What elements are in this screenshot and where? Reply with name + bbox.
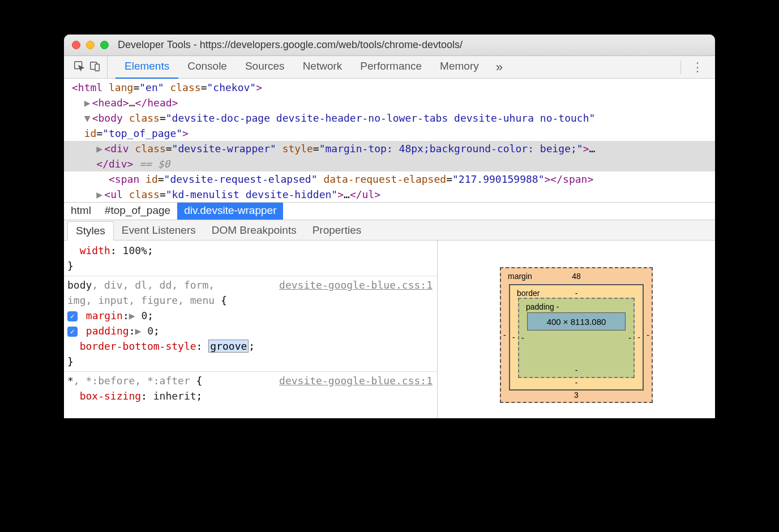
- value-editor[interactable]: groove: [208, 340, 249, 353]
- subtab-event-listeners[interactable]: Event Listeners: [114, 221, 204, 239]
- tab-network[interactable]: Network: [294, 56, 352, 79]
- close-window[interactable]: [72, 41, 80, 49]
- box-model[interactable]: margin 48 - 3 - border - - - - padding -…: [438, 241, 715, 418]
- box-padding: padding - - - - 400 × 8113.080: [518, 298, 635, 378]
- source-link[interactable]: devsite-google-blue.css:1: [279, 373, 437, 388]
- subtab-properties[interactable]: Properties: [305, 221, 370, 239]
- device-toggle-icon[interactable]: [89, 60, 101, 75]
- crumb-div[interactable]: div.devsite-wrapper: [177, 203, 283, 220]
- tab-performance[interactable]: Performance: [351, 56, 431, 79]
- tab-memory[interactable]: Memory: [431, 56, 488, 79]
- source-link[interactable]: devsite-google-blue.css:1: [279, 277, 437, 293]
- main-toolbar: Elements Console Sources Network Perform…: [64, 56, 715, 79]
- box-margin: margin 48 - 3 - border - - - - padding -…: [500, 267, 653, 403]
- kebab-menu[interactable]: ⋮: [683, 60, 712, 75]
- zoom-window[interactable]: [100, 41, 109, 49]
- checkbox-icon[interactable]: ✓: [67, 311, 78, 321]
- crumb-html[interactable]: html: [64, 203, 98, 220]
- crumb-top[interactable]: #top_of_page: [98, 203, 177, 220]
- tab-sources[interactable]: Sources: [236, 56, 294, 79]
- panel-tabs: Elements Console Sources Network Perform…: [108, 56, 511, 79]
- tabs-overflow[interactable]: »: [488, 56, 511, 79]
- subtab-styles[interactable]: Styles: [67, 221, 114, 241]
- selected-node[interactable]: ▶<div class="devsite-wrapper" style="mar…: [64, 141, 715, 156]
- window-titlebar: Developer Tools - https://developers.goo…: [64, 35, 715, 56]
- tab-elements[interactable]: Elements: [115, 56, 178, 79]
- checkbox-icon[interactable]: ✓: [67, 327, 78, 337]
- devtools-window: Developer Tools - https://developers.goo…: [64, 35, 715, 418]
- subtab-dom-breakpoints[interactable]: DOM Breakpoints: [204, 221, 305, 239]
- box-content: 400 × 8113.080: [527, 312, 626, 331]
- styles-pane[interactable]: width: 100%; } devsite-google-blue.css:1…: [64, 241, 438, 418]
- box-border: border - - - - padding - - - - 400 × 811…: [509, 284, 644, 391]
- breadcrumb: html #top_of_page div.devsite-wrapper: [64, 202, 715, 220]
- styles-subtabs: Styles Event Listeners DOM Breakpoints P…: [64, 220, 715, 241]
- inspect-icon[interactable]: [73, 60, 85, 75]
- svg-rect-2: [95, 64, 99, 71]
- minimize-window[interactable]: [86, 41, 95, 49]
- tab-console[interactable]: Console: [178, 56, 236, 79]
- lower-panes: width: 100%; } devsite-google-blue.css:1…: [64, 241, 715, 418]
- dom-tree[interactable]: <html lang="en" class="chekov"> ▶<head>……: [64, 79, 715, 202]
- traffic-lights: [72, 41, 109, 49]
- window-title: Developer Tools - https://developers.goo…: [118, 39, 463, 51]
